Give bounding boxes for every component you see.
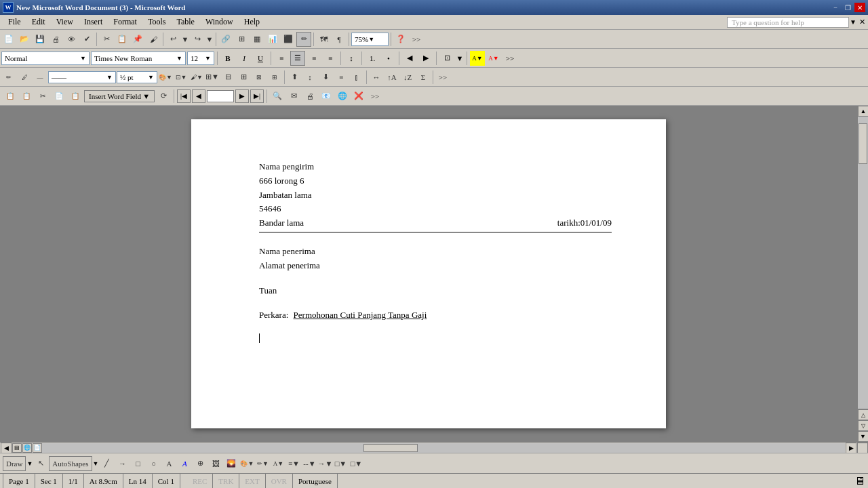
border-dropdown[interactable]: ▼ [456,51,464,66]
underline-button[interactable]: U [253,51,268,66]
line-style-selector[interactable]: —— ▼ [48,71,116,83]
merge-cells-button[interactable]: ⊠ [252,70,267,85]
distribute-rows-button[interactable]: ≡ [334,70,349,85]
mm-btn5[interactable]: 📋 [68,89,83,104]
menu-tools[interactable]: Tools [142,16,172,28]
scroll-down-arrow[interactable]: ▼ [858,431,869,442]
tb3-btn3[interactable]: — [33,70,47,85]
minimize-button[interactable]: − [830,3,841,12]
view-normal-button[interactable]: ▤ [12,443,22,453]
text-box-button[interactable]: A [161,456,176,471]
redo-button[interactable]: ↪ [190,32,205,47]
line-spacing-button[interactable]: ↕ [344,51,359,66]
highlight-button[interactable]: A▼ [470,51,485,66]
tb3-btn9[interactable]: ⊞▼ [205,70,220,85]
scroll-thumb[interactable] [859,123,867,164]
align-right-button[interactable]: ≡ [307,51,321,66]
body-cursor-line[interactable] [259,333,612,348]
style-selector[interactable]: Normal ▼ [1,52,90,65]
save-button[interactable]: 💾 [33,32,47,47]
arrow-draw-button[interactable]: → [115,456,130,471]
scroll-track[interactable] [858,117,868,409]
border-color-button[interactable]: 🎨▼ [158,70,173,85]
tb3-btn10[interactable]: ⊟ [220,70,235,85]
mm-btn7[interactable]: ✉ [286,89,301,104]
mm-find-button[interactable]: 🔍 [270,89,285,104]
menu-help[interactable]: Help [239,16,265,28]
view-print-button[interactable]: 📄 [33,443,42,453]
autosum-button[interactable]: Σ [416,70,431,85]
oval-draw-button[interactable]: ○ [146,456,161,471]
autoshapes-dropdown-arrow[interactable]: ▼ [93,460,99,467]
menu-format[interactable]: Format [108,16,142,28]
menu-window[interactable]: Window [200,16,239,28]
mm-btn11[interactable]: ❌ [351,89,366,104]
mm-more[interactable]: >> [368,89,382,104]
undo-button[interactable]: ↩ [165,32,180,47]
insert-excel-button[interactable]: 📊 [265,32,280,47]
mm-record-box[interactable] [207,90,234,102]
italic-button[interactable]: I [237,51,252,66]
sort-asc-button[interactable]: ↑A [384,70,399,85]
draw-button[interactable]: Draw [3,456,26,471]
h-scroll-right[interactable]: ▶ [846,443,856,453]
split-cells-button[interactable]: ⊞ [267,70,282,85]
outside-border-btn2[interactable]: ⊡▼ [174,70,189,85]
new-document-button[interactable]: 📄 [1,32,16,47]
mm-btn8[interactable]: 🖨 [302,89,317,104]
mm-btn10[interactable]: 🌐 [335,89,350,104]
wordart-button[interactable]: A [177,456,192,471]
align-bottom-button[interactable]: ⬇ [318,70,333,85]
decrease-indent-button[interactable]: ◀ [402,51,417,66]
cut-button[interactable]: ✂ [99,32,114,47]
insert-picture-button[interactable]: 🌄 [224,456,239,471]
maximize-button[interactable]: ❐ [842,3,853,12]
menu-file[interactable]: File [3,16,26,28]
status-icon[interactable]: 🖥 [854,475,865,487]
numbering-button[interactable]: 1. [365,51,380,66]
more-format-button[interactable]: >> [502,51,517,66]
document-map-button[interactable]: 🗺 [316,32,331,47]
tb3-more[interactable]: >> [435,70,450,85]
mm-nav-last[interactable]: ▶| [250,89,264,103]
h-scroll-track[interactable] [42,443,845,453]
menu-insert[interactable]: Insert [79,16,108,28]
distribute-cols-button[interactable]: ⫿ [349,70,364,85]
line-style-arrow[interactable]: ▼ [106,74,113,81]
mm-btn1[interactable]: 📋 [3,89,18,104]
menu-table[interactable]: Table [171,16,199,28]
line-draw-button[interactable]: ╱ [99,456,114,471]
3d-button[interactable]: □▼ [349,456,363,471]
mm-btn9[interactable]: 📧 [319,89,334,104]
more-buttons[interactable]: >> [409,32,424,47]
view-web-button[interactable]: 🌐 [22,443,32,453]
bold-button[interactable]: B [220,51,235,66]
scroll-up-arrow[interactable]: ▲ [858,106,868,117]
justify-button[interactable]: ≡ [323,51,338,66]
sort-desc-button[interactable]: ↓Z [400,70,415,85]
format-painter-button[interactable]: 🖌 [146,32,161,47]
size-dropdown-arrow[interactable]: ▼ [205,55,211,62]
align-center-button[interactable]: ☰ [290,51,305,66]
mm-btn6[interactable]: ⟳ [156,89,171,104]
help-close-button[interactable]: ✕ [859,18,865,26]
shadow-button[interactable]: □▼ [333,456,348,471]
font-size-selector[interactable]: 12 ▼ [187,52,214,65]
tables-borders-button[interactable]: ⊞ [234,32,249,47]
menu-edit[interactable]: Edit [26,16,51,28]
align-middle-button[interactable]: ↕ [302,70,317,85]
line-color-button[interactable]: ✏▼ [255,456,270,471]
print-preview-button[interactable]: 👁 [64,32,79,47]
undo-dropdown[interactable]: ▼ [181,32,189,47]
rectangle-draw-button[interactable]: □ [130,456,145,471]
autoshapes-button[interactable]: AutoShapes [49,456,92,471]
insert-field-arrow[interactable]: ▼ [142,92,150,100]
zoom-dropdown-arrow[interactable]: ▼ [368,36,374,43]
font-dropdown-arrow[interactable]: ▼ [176,55,182,62]
fill-color-button[interactable]: 🎨▼ [239,456,254,471]
tb3-btn11[interactable]: ⊞ [236,70,251,85]
increase-indent-button[interactable]: ▶ [418,51,433,66]
align-top-button[interactable]: ⬆ [287,70,302,85]
font-color-draw-button[interactable]: A▼ [271,456,285,471]
dash-style-button[interactable]: --▼ [302,456,317,471]
